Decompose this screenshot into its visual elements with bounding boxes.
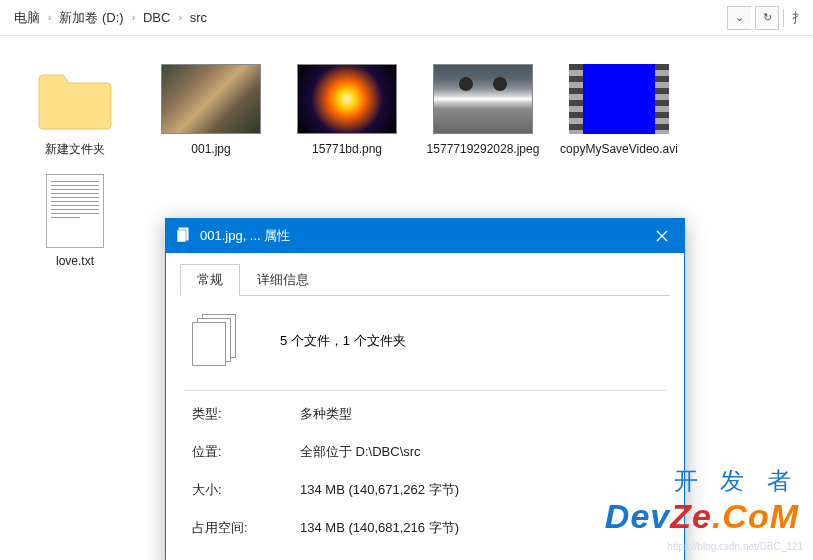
summary-text: 5 个文件，1 个文件夹 [280, 332, 406, 350]
chevron-right-icon: › [46, 12, 53, 23]
prop-disk-label: 占用空间: [192, 519, 300, 537]
history-dropdown-button[interactable]: ⌄ [727, 6, 751, 30]
file-item-image[interactable]: 001.jpg [146, 56, 276, 162]
window-title: 001.jpg, ... 属性 [200, 227, 290, 245]
folder-icon [25, 60, 125, 138]
image-thumbnail [433, 64, 533, 134]
svg-rect-1 [177, 230, 186, 242]
image-thumbnail [297, 64, 397, 134]
search-input[interactable]: 扌 [783, 9, 805, 27]
breadcrumb-seg[interactable]: DBC [137, 6, 176, 29]
prop-size-label: 大小: [192, 481, 300, 499]
watermark-text: https://blog.csdn.net/DBC_121 [667, 541, 803, 552]
chevron-right-icon: › [176, 12, 183, 23]
tabs: 常规 详细信息 [180, 263, 670, 296]
breadcrumb-seg[interactable]: 新加卷 (D:) [53, 5, 129, 31]
file-item-image[interactable]: 1577719292028.jpeg [418, 56, 548, 162]
prop-type-label: 类型: [192, 405, 300, 423]
chevron-right-icon: › [130, 12, 137, 23]
file-item-text[interactable]: love.txt [10, 168, 140, 274]
refresh-button[interactable]: ↻ [755, 6, 779, 30]
file-label: 15771bd.png [312, 142, 382, 158]
file-label: copyMySaveVideo.avi [560, 142, 678, 158]
close-button[interactable] [639, 219, 684, 253]
prop-type-value: 多种类型 [300, 405, 352, 423]
prop-size-value: 134 MB (140,671,262 字节) [300, 481, 459, 499]
file-item-image[interactable]: 15771bd.png [282, 56, 412, 162]
image-thumbnail [161, 64, 261, 134]
file-label: 001.jpg [191, 142, 230, 158]
file-label: 1577719292028.jpeg [427, 142, 540, 158]
video-thumbnail [569, 64, 669, 134]
breadcrumb-bar: 电脑 › 新加卷 (D:) › DBC › src ⌄ ↻ 扌 [0, 0, 813, 36]
file-item-video[interactable]: copyMySaveVideo.avi [554, 56, 684, 162]
prop-disk-value: 134 MB (140,681,216 字节) [300, 519, 459, 537]
tab-details[interactable]: 详细信息 [240, 264, 326, 296]
properties-window: 001.jpg, ... 属性 常规 详细信息 5 个文件，1 个文件夹 类型:… [165, 218, 685, 560]
tab-general[interactable]: 常规 [180, 264, 240, 296]
window-titlebar[interactable]: 001.jpg, ... 属性 [166, 219, 684, 253]
prop-location-label: 位置: [192, 443, 300, 461]
file-label: 新建文件夹 [45, 142, 105, 158]
breadcrumb-seg[interactable]: src [184, 6, 213, 29]
file-label: love.txt [56, 254, 94, 270]
breadcrumb-seg[interactable]: 电脑 [8, 5, 46, 31]
close-icon [656, 230, 668, 242]
files-stack-icon [192, 314, 240, 368]
text-file-icon [46, 174, 104, 248]
documents-icon [176, 227, 192, 246]
prop-location-value: 全部位于 D:\DBC\src [300, 443, 421, 461]
file-item-folder[interactable]: 新建文件夹 [10, 56, 140, 162]
